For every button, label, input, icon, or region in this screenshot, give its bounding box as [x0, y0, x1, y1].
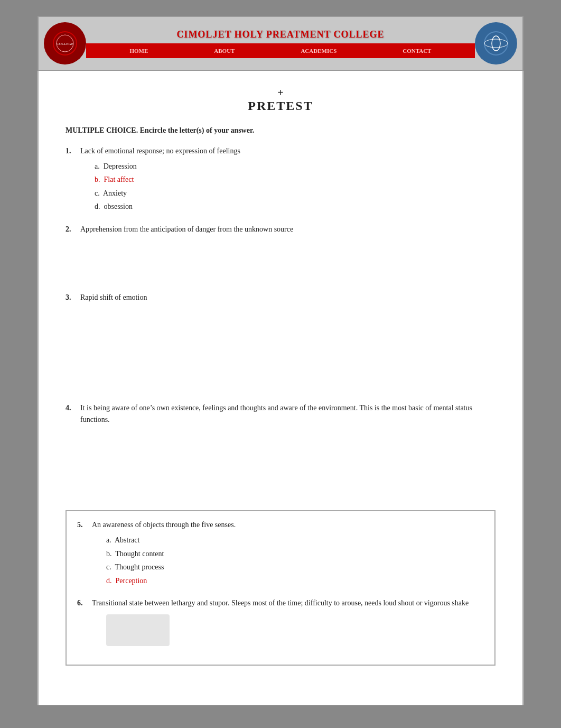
question-1-text: Lack of emotional response; no expressio…	[80, 145, 495, 156]
option-5c: c. Thought process	[106, 561, 484, 573]
question-2-number: 2.	[66, 224, 76, 235]
page-wrapper: COLLEGE CIMOLJET HOLY PREATMENT COLLEGE …	[0, 0, 561, 728]
question-2: 2. Apprehension from the anticipation of…	[66, 224, 495, 281]
document: + PRETEST MULTIPLE CHOICE. Encircle the …	[38, 71, 523, 705]
question-6-text: Transitional state between lethargy and …	[92, 597, 484, 609]
pretest-header: + PRETEST	[66, 87, 495, 113]
question-4-text: It is being aware of one’s own existence…	[80, 402, 495, 426]
option-1b: b. Flat affect	[95, 174, 495, 186]
option-5a: a. Abstract	[106, 535, 484, 546]
nav-academics[interactable]: ACADEMICS	[301, 48, 336, 54]
option-5c-text: Thought process	[115, 563, 164, 571]
question-5-line: 5. An awareness of objects through the f…	[77, 519, 484, 530]
question-3-line: 3. Rapid shift of emotion	[66, 292, 495, 303]
option-1d: d. obsession	[95, 201, 495, 213]
spacer-2	[66, 239, 495, 281]
option-1d-text: obsession	[104, 202, 133, 210]
svg-text:COLLEGE: COLLEGE	[57, 42, 73, 46]
option-5b: b. Thought content	[106, 548, 484, 560]
question-5: 5. An awareness of objects through the f…	[77, 519, 484, 587]
question-5-text: An awareness of objects through the five…	[92, 519, 484, 530]
question-4: 4. It is being aware of one’s own existe…	[66, 402, 495, 500]
question-1-number: 1.	[66, 145, 76, 156]
option-1c-letter: c.	[95, 189, 100, 197]
option-5a-letter: a.	[106, 536, 111, 544]
option-5d-text: Perception	[116, 577, 147, 585]
question-2-line: 2. Apprehension from the anticipation of…	[66, 224, 495, 235]
spacer-3	[66, 307, 495, 349]
bottom-image	[106, 614, 170, 646]
option-5b-text: Thought content	[115, 550, 164, 558]
question-3-text: Rapid shift of emotion	[80, 292, 495, 303]
option-1c-text: Anxiety	[103, 189, 127, 197]
question-1-line: 1. Lack of emotional response; no expres…	[66, 145, 495, 156]
option-1b-text: Flat affect	[104, 176, 134, 183]
nav-home[interactable]: HOME	[129, 48, 148, 54]
question-5-options: a. Abstract b. Thought content c. Though…	[106, 535, 484, 587]
option-1c: c. Anxiety	[95, 188, 495, 199]
question-6-line: 6. Transitional state between lethargy a…	[77, 597, 484, 609]
option-1d-letter: d.	[95, 202, 100, 210]
question-2-text: Apprehension from the anticipation of da…	[80, 224, 495, 235]
option-1a: a. Depression	[95, 161, 495, 172]
instructions: MULTIPLE CHOICE. Encircle the letter(s) …	[66, 126, 495, 135]
question-4-number: 4.	[66, 402, 76, 426]
option-1b-letter: b.	[95, 176, 100, 183]
option-5d: d. Perception	[106, 575, 484, 587]
question-6: 6. Transitional state between lethargy a…	[77, 597, 484, 646]
header-nav-bar: HOME ABOUT ACADEMICS CONTACT	[86, 43, 475, 58]
question-4-line: 4. It is being aware of one’s own existe…	[66, 402, 495, 426]
svg-point-3	[484, 32, 508, 55]
option-5b-letter: b.	[106, 550, 112, 558]
option-5d-letter: d.	[106, 577, 112, 585]
question-5-number: 5.	[77, 519, 88, 530]
question-3: 3. Rapid shift of emotion	[66, 292, 495, 392]
question-6-number: 6.	[77, 597, 88, 609]
option-1a-letter: a.	[95, 162, 100, 170]
nav-contact[interactable]: CONTACT	[403, 48, 431, 54]
logo-right	[475, 22, 517, 64]
spacer-4	[66, 426, 495, 468]
header-title: CIMOLJET HOLY PREATMENT COLLEGE	[176, 29, 384, 40]
question-1-options: a. Depression b. Flat affect c. Anxiety …	[95, 161, 495, 213]
pretest-title: PRETEST	[66, 99, 495, 113]
option-5a-text: Abstract	[115, 536, 139, 544]
logo-left: COLLEGE	[44, 22, 86, 64]
question-3-number: 3.	[66, 292, 76, 303]
plus-symbol: +	[66, 87, 495, 99]
question-1: 1. Lack of emotional response; no expres…	[66, 145, 495, 213]
bottom-section: 5. An awareness of objects through the f…	[66, 510, 495, 666]
option-1a-text: Depression	[104, 162, 137, 170]
header-banner: COLLEGE CIMOLJET HOLY PREATMENT COLLEGE …	[38, 16, 523, 71]
option-5c-letter: c.	[106, 563, 111, 571]
header-center: CIMOLJET HOLY PREATMENT COLLEGE HOME ABO…	[86, 29, 475, 58]
nav-about[interactable]: ABOUT	[214, 48, 235, 54]
